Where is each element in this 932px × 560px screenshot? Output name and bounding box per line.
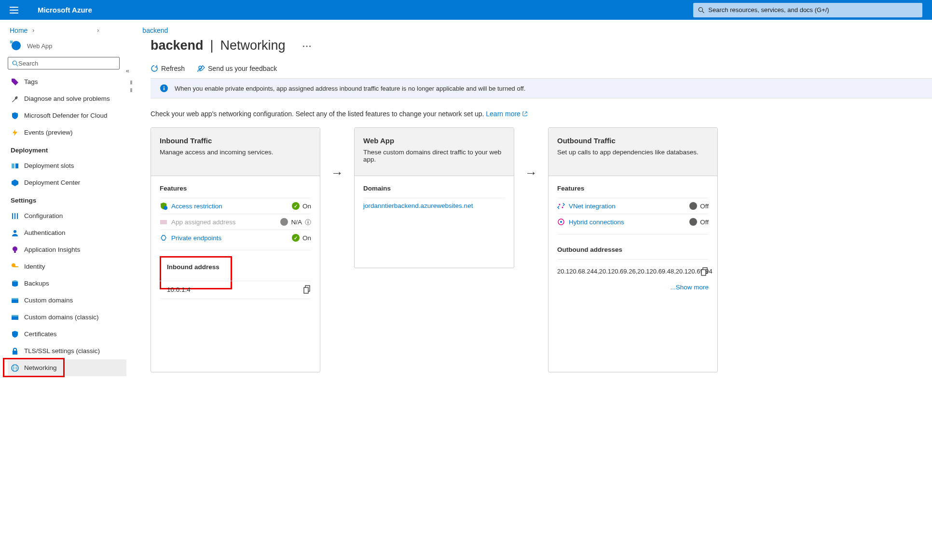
sidebar-item-authentication[interactable]: Authentication xyxy=(8,224,126,241)
svg-rect-32 xyxy=(308,221,309,223)
external-link-icon xyxy=(522,111,527,116)
feedback-button[interactable]: Send us your feedback xyxy=(197,65,277,72)
breadcrumb: Home › › backend xyxy=(0,20,932,37)
domain-icon xyxy=(11,296,19,305)
lock-icon xyxy=(11,347,19,355)
sidebar-item-backups[interactable]: Backups xyxy=(8,275,126,292)
sidebar-item-tls-ssl[interactable]: TLS/SSL settings (classic) xyxy=(8,342,126,359)
sidebar-item-identity[interactable]: Identity xyxy=(8,258,126,275)
feature-row-app-assigned: App assigned address N/A xyxy=(160,214,311,230)
svg-rect-28 xyxy=(164,86,164,87)
collapse-icon[interactable]: « xyxy=(126,67,129,74)
tag-icon xyxy=(11,78,19,86)
sidebar-item-certificates[interactable]: Certificates xyxy=(8,326,126,342)
webapp-title: Web App xyxy=(363,137,505,145)
cards-row: Inbound Traffic Manage access and incomi… xyxy=(151,127,932,372)
refresh-button[interactable]: Refresh xyxy=(151,65,185,72)
more-icon[interactable]: ⋯ xyxy=(302,40,312,52)
svg-point-29 xyxy=(164,206,167,210)
svg-line-1 xyxy=(702,11,704,13)
sidebar-item-defender[interactable]: Microsoft Defender for Cloud xyxy=(8,107,126,124)
svg-point-0 xyxy=(699,7,702,11)
outbound-addresses-value: 20.120.68.244,20.120.69.26,20.120.69.48,… xyxy=(557,267,673,276)
copy-button[interactable] xyxy=(701,267,709,276)
inbound-title: Inbound Traffic xyxy=(160,137,311,145)
arrow-right-icon: → xyxy=(523,165,539,180)
outbound-card: Outbound Traffic Set up calls to app dep… xyxy=(548,127,718,372)
global-search-input[interactable] xyxy=(708,6,918,14)
status-dot-icon xyxy=(280,218,288,226)
shield-icon xyxy=(11,111,19,120)
svg-rect-21 xyxy=(13,351,17,355)
sidebar-menu: Tags Diagnose and solve problems Microso… xyxy=(8,73,126,376)
outbound-addresses-label: Outbound addresses xyxy=(557,246,709,253)
svg-rect-20 xyxy=(12,315,18,316)
hamburger-icon[interactable] xyxy=(10,7,18,14)
page-title: backend | Networking ⋯ xyxy=(151,37,932,53)
shield-icon xyxy=(11,330,19,339)
feature-row-vnet[interactable]: VNet integration Off xyxy=(557,198,709,214)
webapp-card: Web App These custom domains direct traf… xyxy=(354,127,514,268)
chevron-right-icon: › xyxy=(32,27,34,34)
sidebar-section-deployment: Deployment xyxy=(8,143,126,157)
slots-icon xyxy=(11,162,19,170)
svg-point-36 xyxy=(559,204,561,205)
svg-point-12 xyxy=(13,246,17,251)
copy-button[interactable] xyxy=(303,285,311,294)
sidebar-search[interactable] xyxy=(8,57,120,69)
refresh-icon xyxy=(151,65,158,72)
svg-rect-35 xyxy=(304,287,308,293)
breadcrumb-current[interactable]: backend xyxy=(142,27,168,34)
sidebar-section-settings: Settings xyxy=(8,193,126,207)
sidebar-item-deployment-slots[interactable]: Deployment slots xyxy=(8,157,126,174)
domains-label: Domains xyxy=(363,185,505,192)
cube-icon xyxy=(11,178,19,187)
breadcrumb-home[interactable]: Home xyxy=(10,27,27,34)
brand: Microsoft Azure xyxy=(38,6,92,14)
global-search[interactable] xyxy=(693,3,922,17)
wrench-icon xyxy=(11,95,19,103)
inbound-address-value: 10.0.1.4 xyxy=(160,286,191,293)
search-icon xyxy=(698,7,704,14)
sidebar-item-networking[interactable]: Networking xyxy=(8,359,126,376)
info-notice: When you enable private endpoints, app a… xyxy=(151,78,932,98)
svg-rect-13 xyxy=(14,251,16,253)
feature-row-hybrid[interactable]: Hybrid connections Off xyxy=(557,214,709,230)
address-icon xyxy=(160,218,167,226)
sidebar-search-input[interactable] xyxy=(18,60,115,67)
scrollbar[interactable] xyxy=(130,81,132,92)
sidebar-item-tags[interactable]: Tags xyxy=(8,73,126,90)
key-icon xyxy=(11,262,19,271)
top-bar: Microsoft Azure xyxy=(0,0,932,20)
network-icon xyxy=(11,364,19,372)
endpoint-icon xyxy=(160,234,167,242)
feature-row-private-endpoints[interactable]: Private endpoints ✓On xyxy=(160,230,311,246)
domain-link[interactable]: jordanntierbackend.azurewebsites.net xyxy=(363,202,473,209)
info-icon[interactable] xyxy=(305,219,311,225)
show-more-link[interactable]: ...Show more xyxy=(557,284,709,291)
bulb-icon xyxy=(11,246,19,254)
sidebar-item-deployment-center[interactable]: Deployment Center xyxy=(8,174,126,191)
sidebar: Web App « Tags Diagnose and solve proble… xyxy=(0,37,134,384)
svg-point-39 xyxy=(560,221,562,223)
webapp-icon xyxy=(8,37,22,53)
sidebar-item-application-insights[interactable]: Application Insights xyxy=(8,241,126,258)
svg-rect-7 xyxy=(15,164,18,168)
sidebar-item-events[interactable]: Events (preview) xyxy=(8,124,126,141)
domain-icon xyxy=(11,313,19,322)
sidebar-item-custom-domains-classic[interactable]: Custom domains (classic) xyxy=(8,309,126,326)
chevron-right-icon: › xyxy=(97,27,99,34)
learn-more-link[interactable]: Learn more xyxy=(486,110,527,118)
sidebar-item-diagnose[interactable]: Diagnose and solve problems xyxy=(8,90,126,107)
feedback-icon xyxy=(197,65,205,72)
sliders-icon xyxy=(11,212,19,220)
vnet-icon xyxy=(557,202,565,210)
info-icon xyxy=(160,84,168,92)
intro-text: Check your web app's networking configur… xyxy=(151,98,932,127)
sidebar-item-configuration[interactable]: Configuration xyxy=(8,207,126,224)
svg-rect-6 xyxy=(12,164,14,168)
feature-row-access-restriction[interactable]: Access restriction ✓On xyxy=(160,198,311,214)
svg-point-11 xyxy=(14,230,16,233)
sidebar-item-custom-domains[interactable]: Custom domains xyxy=(8,292,126,309)
svg-rect-41 xyxy=(701,270,706,275)
